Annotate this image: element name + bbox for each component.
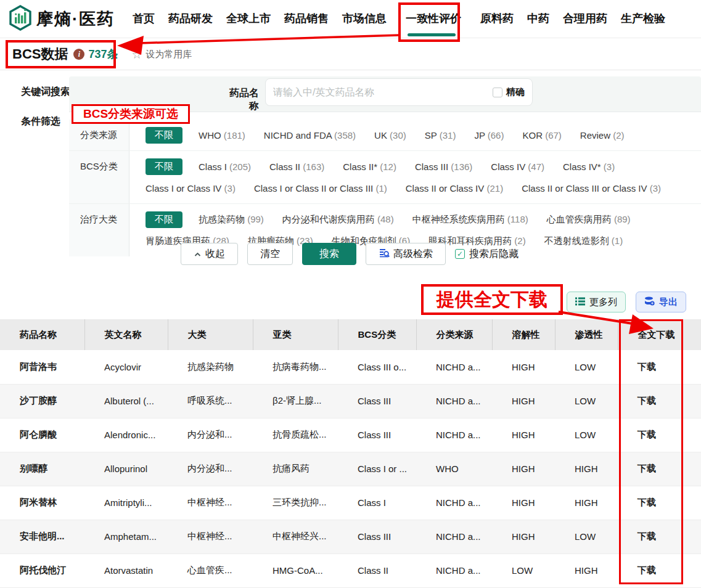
form-action-buttons: 收起 清空 搜索 高级检索 ✓ 搜索后隐藏 [181,243,519,265]
cell: Class I or ... [338,452,416,486]
cell: 内分泌和... [168,418,253,452]
keyword-search-label: 关键词搜索 [21,86,70,99]
filter-label: 治疗大类 [69,204,129,256]
column-header-5: BCS分类 [338,319,416,350]
brand-title: 摩熵·医药 [36,8,115,30]
cell: NICHD a... [416,418,492,452]
download-link[interactable]: 下载 [618,452,701,486]
column-header-7: 溶解性 [492,319,555,350]
filter-option[interactable]: Class II or Class III or Class IV (3) [522,183,661,194]
filter-panel: 药品名称 精确 分类来源不限WHO (181)NICHD and FDA (35… [69,76,701,243]
nav-item-2[interactable]: 药品研发 [168,11,213,27]
drug-name-input[interactable] [273,87,493,98]
hide-after-search-checkbox[interactable]: ✓ 搜索后隐藏 [455,248,519,261]
filter-option[interactable]: NICHD and FDA (358) [264,130,356,141]
set-favorite-button[interactable]: ☆ 设为常用库 [132,49,192,60]
brand-hexagon-icon [9,5,32,33]
filter-option[interactable]: 不透射线造影剂 (1) [544,235,623,247]
cell: WHO [416,452,492,486]
drug-name-link[interactable]: 阿托伐他汀 [0,553,84,587]
nav-item-3[interactable]: 全球上市 [226,11,271,27]
nav-item-10[interactable]: 生产检验 [621,11,665,27]
filter-option[interactable]: 中枢神经系统疾病用药 (118) [412,214,528,226]
filter-option[interactable]: JP (66) [474,130,504,141]
nav-item-4[interactable]: 药品销售 [284,11,329,27]
filter-option[interactable]: Class II or Class IV (21) [406,183,503,194]
search-button[interactable]: 搜索 [302,243,356,265]
advanced-search-button[interactable]: 高级检索 [366,243,446,265]
filter-option[interactable]: Class II* (12) [343,161,396,172]
filter-option[interactable]: Class I or Class IV (3) [146,183,236,194]
filter-options: 不限Class I (205)Class II (163)Class II* (… [129,151,701,203]
filter-option[interactable]: Class III (136) [415,161,472,172]
brand-logo[interactable]: 摩熵·医药 [9,5,115,33]
cell: Alendronic... [84,418,168,452]
unlimited-button[interactable]: 不限 [146,211,182,228]
cell: Amphetam... [84,520,168,553]
table-header-row: 药品名称英文名称大类亚类BCS分类分类来源溶解性渗透性全文下载 [0,319,701,350]
title-bar: BCS数据 i 737条 ☆ 设为常用库 [0,39,701,70]
filter-option[interactable]: 内分泌和代谢疾病用药 (48) [282,214,394,226]
exact-label: 精确 [506,86,525,98]
download-link[interactable]: 下载 [618,350,701,384]
unlimited-button[interactable]: 不限 [146,127,182,144]
unlimited-button[interactable]: 不限 [146,158,182,175]
nav-items: 首页药品研发全球上市药品销售市场信息一致性评价原料药中药合理用药生产检验 [126,11,672,27]
filter-label: BCS分类 [69,151,129,203]
exact-checkbox[interactable] [493,88,502,97]
cell: Class III [338,520,416,553]
cell: NICHD a... [416,384,492,418]
page: 摩熵·医药 首页药品研发全球上市药品销售市场信息一致性评价原料药中药合理用药生产… [0,0,701,588]
filter-option[interactable]: 心血管疾病用药 (89) [547,214,631,226]
more-columns-button[interactable]: 更多列 [567,292,626,312]
nav-item-8[interactable]: 中药 [527,11,549,27]
filter-option[interactable]: Class I or Class II or Class III (1) [254,183,387,194]
filter-option[interactable]: Class I (205) [199,161,251,172]
hide-after-search-label: 搜索后隐藏 [469,248,519,261]
cell: HIGH [492,486,555,520]
cell: LOW [492,553,555,587]
cell: NICHD a... [416,486,492,520]
export-button[interactable]: 导出 [636,292,686,312]
filter-option[interactable]: SP (31) [425,130,456,141]
drug-name-link[interactable]: 阿仑膦酸 [0,418,84,452]
page-title: BCS数据 [12,45,68,63]
info-icon[interactable]: i [73,49,84,60]
download-link[interactable]: 下载 [618,384,701,418]
column-header-4: 亚类 [253,319,338,350]
filter-option[interactable]: Review (2) [580,130,625,141]
filter-option[interactable]: WHO (181) [199,130,245,141]
filter-row-BCS分类: BCS分类不限Class I (205)Class II (163)Class … [69,151,701,204]
cell: LOW [555,418,618,452]
download-link[interactable]: 下载 [618,418,701,452]
nav-item-7[interactable]: 原料药 [480,11,514,27]
drug-name-link[interactable]: 阿昔洛韦 [0,350,84,384]
drug-name-link[interactable]: 阿米替林 [0,486,84,520]
drug-name-link[interactable]: 别嘌醇 [0,452,84,486]
cell: Allopurinol [84,452,168,486]
filter-option[interactable]: UK (30) [374,130,406,141]
collapse-button[interactable]: 收起 [181,243,238,265]
column-header-6: 分类来源 [416,319,492,350]
drug-name-link[interactable]: 安非他明... [0,520,84,553]
nav-item-9[interactable]: 合理用药 [563,11,607,27]
cell: 抗感染药物 [168,350,253,384]
drug-name-link[interactable]: 沙丁胺醇 [0,384,84,418]
filter-option[interactable]: KOR (67) [522,130,561,141]
filter-option[interactable]: 抗感染药物 (99) [199,214,264,226]
nav-item-6[interactable]: 一致性评价 [406,11,461,27]
filter-option[interactable]: Class IV (47) [491,161,544,172]
nav-item-5[interactable]: 市场信息 [342,11,387,27]
download-link[interactable]: 下载 [618,553,701,587]
download-link[interactable]: 下载 [618,486,701,520]
filter-option[interactable]: Class II (163) [269,161,324,172]
column-header-1: 药品名称 [0,319,84,350]
cell: Class III [338,418,416,452]
filter-option[interactable]: Class IV* (3) [563,161,615,172]
nav-item-1[interactable]: 首页 [133,11,155,27]
cell: 抗病毒药物... [253,350,338,384]
clear-button[interactable]: 清空 [247,243,293,265]
cell: HIGH [555,452,618,486]
download-link[interactable]: 下载 [618,520,701,553]
filter-options: 不限WHO (181)NICHD and FDA (358)UK (30)SP … [129,120,701,150]
